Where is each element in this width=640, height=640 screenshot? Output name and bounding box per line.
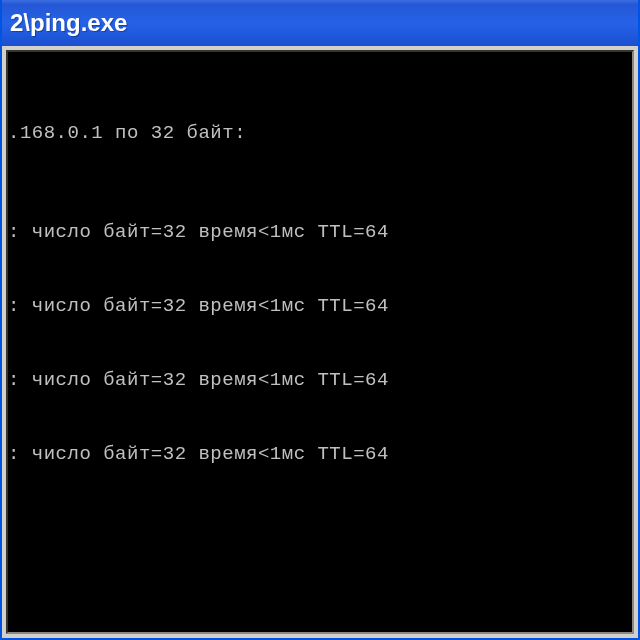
console-output[interactable]: .168.0.1 по 32 байт: : число байт=32 вре… <box>6 50 634 634</box>
ping-reply-line: : число байт=32 время<1мс TTL=64 <box>8 442 632 467</box>
ping-reply-line: : число байт=32 время<1мс TTL=64 <box>8 368 632 393</box>
ping-reply-line: : число байт=32 время<1мс TTL=64 <box>8 294 632 319</box>
command-window: 2\ping.exe .168.0.1 по 32 байт: : число … <box>0 0 640 640</box>
titlebar[interactable]: 2\ping.exe <box>2 0 638 46</box>
ping-reply-line: : число байт=32 время<1мс TTL=64 <box>8 220 632 245</box>
window-title: 2\ping.exe <box>10 9 127 37</box>
console-text: .168.0.1 по 32 байт: : число байт=32 вре… <box>8 72 632 516</box>
ping-header-line: .168.0.1 по 32 байт: <box>8 121 632 146</box>
